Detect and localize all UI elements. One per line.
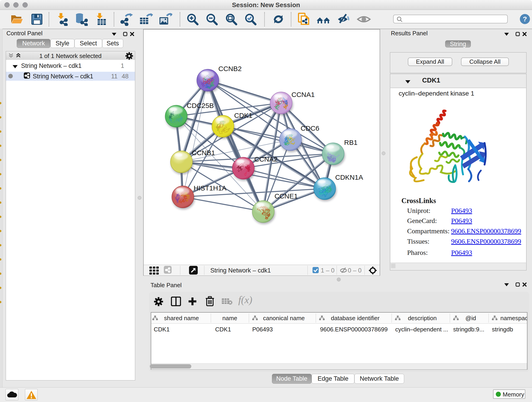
svg-text:CCNB1: CCNB1 [192, 149, 215, 157]
svg-text:CDK1: CDK1 [234, 112, 253, 119]
svg-text:CCNB2: CCNB2 [218, 65, 242, 72]
svg-text:RB1: RB1 [344, 139, 357, 146]
svg-text:CCNE1: CCNE1 [274, 192, 298, 200]
svg-text:HIST1H1A: HIST1H1A [194, 184, 226, 192]
svg-text:CDC25B: CDC25B [187, 102, 214, 109]
svg-text:CCNA2: CCNA2 [254, 155, 278, 163]
svg-text:CDC6: CDC6 [301, 124, 319, 132]
svg-text:CDKN1A: CDKN1A [335, 173, 363, 181]
svg-text:CCNA1: CCNA1 [291, 91, 315, 98]
